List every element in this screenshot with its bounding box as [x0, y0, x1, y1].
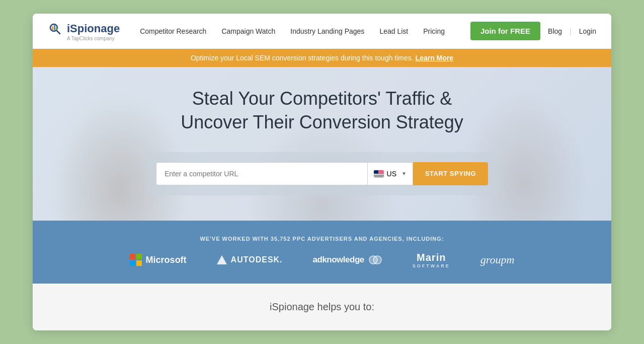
- marin-text-block: Marin SOFTWARE: [413, 252, 450, 268]
- microsoft-logo: Microsoft: [130, 254, 187, 266]
- microsoft-grid-icon: [130, 254, 142, 266]
- nav: Competitor Research Campaign Watch Indus…: [140, 27, 470, 35]
- groupm-logo: groupm: [480, 253, 515, 266]
- country-code: US: [387, 170, 396, 178]
- nav-item-competitor-research[interactable]: Competitor Research: [140, 27, 206, 35]
- svg-line-1: [56, 30, 60, 34]
- hero-title-line2: Uncover Their Conversion Strategy: [146, 111, 498, 134]
- svg-point-6: [373, 256, 381, 264]
- svg-rect-4: [56, 27, 57, 30]
- search-box: US ▼ START SPYING: [146, 152, 498, 195]
- ms-cell-yellow: [136, 260, 142, 266]
- hero-title-line1: Steal Your Competitors' Traffic &: [146, 87, 498, 111]
- logo-row: iSpionage: [48, 21, 120, 37]
- adknowledge-logo: adknowledge: [313, 254, 382, 265]
- hero-title: Steal Your Competitors' Traffic & Uncove…: [146, 87, 498, 134]
- hero-content: Steal Your Competitors' Traffic & Uncove…: [146, 87, 498, 195]
- partners-section: WE'VE WORKED WITH 35,752 PPC ADVERTISERS…: [33, 221, 611, 284]
- ms-cell-green: [136, 254, 142, 259]
- logo-text: iSpionage: [67, 22, 120, 35]
- nav-item-campaign-watch[interactable]: Campaign Watch: [221, 27, 275, 35]
- autodesk-logo: AUTODESK.: [217, 255, 283, 264]
- groupm-text: groupm: [480, 253, 515, 266]
- helps-title: iSpionage helps you to:: [43, 301, 601, 313]
- main-container: iSpionage A TapClicks company Competitor…: [33, 14, 611, 330]
- banner-learn-more[interactable]: Learn More: [416, 54, 453, 62]
- banner-text: Optimize your Local SEM conversion strat…: [191, 54, 414, 62]
- chevron-down-icon: ▼: [401, 171, 407, 176]
- logo-icon: [48, 21, 64, 37]
- country-selector[interactable]: US ▼: [368, 162, 413, 185]
- microsoft-text: Microsoft: [146, 255, 187, 265]
- bottom-section: iSpionage helps you to:: [33, 284, 611, 330]
- nav-item-pricing[interactable]: Pricing: [423, 27, 445, 35]
- start-spying-button[interactable]: START SPYING: [413, 162, 488, 185]
- svg-rect-2: [52, 26, 53, 30]
- hero-section: Steal Your Competitors' Traffic & Uncove…: [33, 67, 611, 221]
- ms-cell-blue: [130, 260, 135, 266]
- marin-sub: SOFTWARE: [413, 263, 450, 268]
- blog-link[interactable]: Blog: [548, 27, 562, 35]
- partners-logos: Microsoft AUTODESK. adknowledge Marin SO: [43, 252, 601, 268]
- header: iSpionage A TapClicks company Competitor…: [33, 14, 611, 49]
- marin-name: Marin: [413, 252, 450, 263]
- banner: Optimize your Local SEM conversion strat…: [33, 49, 611, 67]
- nav-item-lead-list[interactable]: Lead List: [379, 27, 408, 35]
- autodesk-triangle-icon: [217, 255, 227, 264]
- url-input[interactable]: [156, 162, 368, 185]
- header-right: Join for FREE Blog | Login: [470, 22, 596, 40]
- logo-area: iSpionage A TapClicks company: [48, 21, 120, 41]
- ms-cell-red: [130, 254, 135, 259]
- svg-rect-3: [54, 25, 55, 30]
- adknowledge-text: adknowledge: [313, 255, 364, 265]
- us-flag-icon: [374, 170, 384, 177]
- logo-sub: A TapClicks company: [67, 36, 115, 41]
- marin-logo: Marin SOFTWARE: [413, 252, 450, 268]
- login-link[interactable]: Login: [579, 27, 596, 35]
- adknowledge-icon: [368, 254, 382, 265]
- nav-item-industry-landing-pages[interactable]: Industry Landing Pages: [290, 27, 364, 35]
- join-free-button[interactable]: Join for FREE: [470, 22, 540, 40]
- autodesk-text: AUTODESK.: [231, 255, 283, 264]
- partners-label: WE'VE WORKED WITH 35,752 PPC ADVERTISERS…: [43, 236, 601, 242]
- header-divider: |: [570, 27, 572, 35]
